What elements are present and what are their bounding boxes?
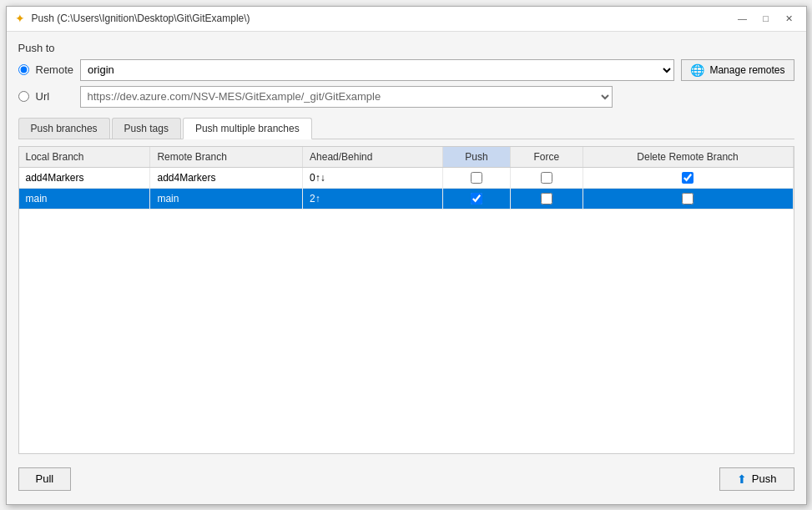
push-checkbox-cell (443, 167, 511, 188)
push-checkbox[interactable] (471, 193, 482, 205)
remote-radio[interactable] (18, 64, 29, 75)
window-title: Push (C:\Users\Ignition\Desktop\Git\GitE… (32, 13, 733, 24)
manage-remotes-label: Manage remotes (709, 64, 784, 76)
force-checkbox[interactable] (541, 172, 552, 184)
app-icon: ✦ (13, 12, 27, 25)
tab-push-branches[interactable]: Push branches (18, 118, 110, 139)
url-radio[interactable] (18, 91, 29, 102)
tab-push-tags[interactable]: Push tags (112, 118, 181, 139)
push-button[interactable]: ⬆ Push (719, 467, 794, 491)
url-select[interactable]: https://dev.azure.com/NSV-MES/GitExample… (80, 86, 613, 108)
remote-branch-cell: add4Markers (150, 167, 303, 188)
col-ahead-behind: Ahead/Behind (303, 147, 443, 168)
url-label: Url (36, 90, 73, 103)
ahead-behind-cell: 2↑ (303, 188, 443, 209)
push-checkbox-cell (443, 188, 511, 209)
col-push: Push (443, 147, 511, 168)
local-branch-cell: main (19, 188, 150, 209)
remote-select[interactable]: origin (80, 59, 674, 81)
push-icon: ⬆ (737, 472, 747, 486)
branches-table-container: Local Branch Remote Branch Ahead/Behind … (18, 146, 794, 454)
maximize-button[interactable]: □ (756, 10, 776, 27)
window-controls: — □ ✕ (733, 10, 799, 27)
remote-label: Remote (36, 63, 74, 76)
delete-remote-checkbox[interactable] (682, 172, 693, 184)
close-button[interactable]: ✕ (779, 10, 799, 27)
local-branch-cell: add4Markers (19, 167, 150, 188)
delete-remote-checkbox[interactable] (682, 193, 693, 205)
network-icon: 🌐 (690, 63, 704, 77)
delete-remote-checkbox-cell (583, 188, 793, 209)
content-area: Push to Remote origin 🌐 Manage remotes (7, 32, 806, 504)
col-delete-remote: Delete Remote Branch (583, 147, 793, 168)
col-remote-branch: Remote Branch (150, 147, 303, 168)
ahead-behind-cell: 0↑↓ (303, 167, 443, 188)
title-bar: ✦ Push (C:\Users\Ignition\Desktop\Git\Gi… (7, 7, 806, 32)
force-checkbox[interactable] (541, 193, 552, 205)
delete-remote-checkbox-cell (583, 167, 793, 188)
push-checkbox[interactable] (471, 172, 482, 184)
force-checkbox-cell (510, 167, 583, 188)
remote-selector-row: origin 🌐 Manage remotes (80, 59, 794, 81)
push-button-label: Push (752, 472, 777, 485)
col-local-branch: Local Branch (19, 147, 150, 168)
main-window: ✦ Push (C:\Users\Ignition\Desktop\Git\Gi… (6, 6, 807, 505)
push-to-label: Push to (18, 42, 794, 54)
tabs-bar: Push branches Push tags Push multiple br… (18, 118, 794, 139)
remote-branch-cell: main (150, 188, 303, 209)
pull-button[interactable]: Pull (18, 467, 72, 491)
manage-remotes-button[interactable]: 🌐 Manage remotes (681, 59, 794, 81)
branches-table: Local Branch Remote Branch Ahead/Behind … (19, 147, 794, 210)
table-row: main main 2↑ (19, 188, 794, 209)
url-radio-row: Url https://dev.azure.com/NSV-MES/GitExa… (18, 86, 794, 108)
tab-push-multiple-branches[interactable]: Push multiple branches (183, 118, 312, 139)
force-checkbox-cell (510, 188, 583, 209)
push-to-section: Push to Remote origin 🌐 Manage remotes (18, 42, 794, 108)
footer: Pull ⬆ Push (18, 461, 794, 494)
table-row: add4Markers add4Markers 0↑↓ (19, 167, 794, 188)
col-force: Force (510, 147, 583, 168)
minimize-button[interactable]: — (733, 10, 753, 27)
remote-radio-row: Remote origin 🌐 Manage remotes (18, 59, 794, 81)
